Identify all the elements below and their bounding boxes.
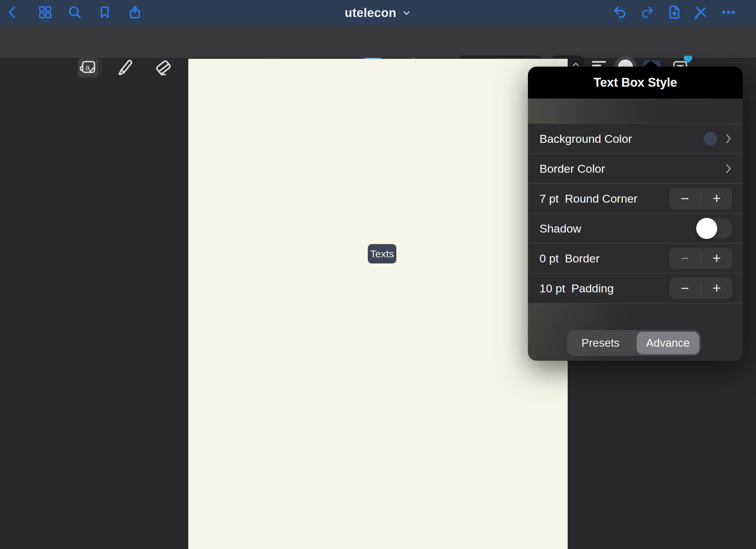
share-button[interactable] (127, 5, 142, 21)
add-page-button[interactable] (666, 4, 682, 21)
share-icon (127, 5, 142, 20)
grid-icon (38, 5, 53, 20)
search-button[interactable] (67, 5, 82, 21)
ellipsis-icon (721, 4, 736, 20)
round-corner-minus-button[interactable]: − (669, 188, 701, 209)
round-corner-label: Round Corner (565, 192, 638, 205)
redo-icon (639, 4, 655, 20)
canvas-text-box-label: Texts (370, 248, 394, 260)
search-icon (67, 5, 82, 20)
toggle-knob (696, 218, 717, 239)
bookmark-button[interactable] (98, 5, 112, 21)
eraser-tool-button[interactable] (153, 57, 173, 78)
shadow-label: Shadow (539, 222, 581, 235)
padding-plus-button[interactable]: + (701, 278, 733, 299)
title-chevron-down-icon (402, 8, 411, 18)
tools-toolbar: a T Hirag (0, 25, 756, 59)
advance-tab-selected[interactable]: Advance (637, 332, 699, 354)
presets-advance-segmented-control: Presets Advance (567, 330, 701, 356)
row-padding: 10 pt Padding − + (528, 274, 743, 304)
bookmark-icon (98, 5, 112, 19)
back-button[interactable] (5, 5, 20, 21)
undo-icon (613, 4, 628, 20)
chevron-right-icon (725, 163, 732, 174)
popover-title: Text Box Style (594, 75, 677, 90)
pen-icon (115, 57, 135, 77)
row-round-corner: 7 pt Round Corner − + (528, 184, 743, 214)
popover-footer: Presets Advance (528, 304, 743, 360)
redo-button[interactable] (639, 4, 655, 21)
text-box-style-popover: Text Box Style Background Color Border C… (528, 67, 743, 361)
thumbnail-grid-button[interactable] (38, 5, 53, 21)
svg-text:a: a (85, 63, 90, 72)
canvas-text-box[interactable]: Texts (368, 244, 396, 263)
border-width-plus-button[interactable]: + (701, 248, 733, 269)
toolbar-divider (101, 59, 101, 76)
undo-button[interactable] (613, 4, 628, 21)
row-background-color[interactable]: Background Color (528, 124, 743, 154)
padding-stepper: − + (669, 278, 732, 299)
round-corner-plus-button[interactable]: + (701, 188, 733, 209)
border-width-value: 0 pt (539, 252, 559, 265)
top-navigation-bar: utelecon (0, 0, 756, 25)
favorite-heart-badge-icon (683, 54, 693, 64)
background-color-swatch (704, 132, 717, 145)
border-width-label: Border (565, 252, 600, 265)
popover-header: Text Box Style (528, 67, 743, 99)
pen-crossed-icon (693, 4, 708, 20)
row-border-width: 0 pt Border − + (528, 244, 743, 274)
popover-arrow (643, 61, 659, 67)
round-corner-value: 7 pt (539, 192, 559, 205)
back-chevron-icon (5, 5, 20, 19)
shadow-toggle-off[interactable] (697, 219, 732, 238)
padding-minus-button[interactable]: − (669, 278, 701, 299)
padding-value: 10 pt (539, 282, 565, 295)
pen-tool-button[interactable] (115, 57, 135, 78)
chevron-right-icon (725, 133, 732, 144)
row-border-color[interactable]: Border Color (528, 154, 743, 184)
stop-editing-button[interactable] (693, 4, 708, 21)
border-width-stepper: − + (669, 248, 732, 269)
document-page[interactable]: Texts (188, 59, 568, 549)
presets-tab[interactable]: Presets (567, 330, 634, 356)
more-options-button[interactable] (721, 4, 736, 21)
background-color-label: Background Color (539, 132, 632, 145)
document-title: utelecon (345, 6, 396, 20)
document-title-group[interactable]: utelecon (345, 6, 411, 20)
app-screen: utelecon a (0, 0, 756, 549)
add-page-icon (666, 4, 682, 20)
row-shadow: Shadow (528, 214, 743, 244)
border-width-minus-button[interactable]: − (669, 248, 701, 269)
writing-aid-tool-button[interactable]: a (79, 58, 98, 78)
writing-aid-icon: a (79, 58, 98, 76)
padding-label: Padding (571, 282, 614, 295)
round-corner-stepper: − + (669, 188, 732, 209)
border-color-label: Border Color (539, 162, 605, 175)
eraser-icon (153, 57, 173, 77)
style-preview-strip (528, 99, 743, 124)
